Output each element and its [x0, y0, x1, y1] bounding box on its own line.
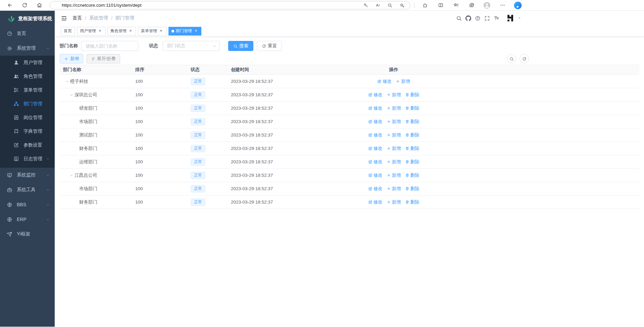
tab-close-icon[interactable]: × [194, 29, 198, 34]
sidebar-item-dept-management[interactable]: 部门管理 [0, 97, 55, 111]
sidebar-item-system-tools[interactable]: 系统工具 [0, 182, 55, 197]
collections-icon [469, 2, 475, 8]
action-add-link[interactable]: 新增 [387, 105, 401, 111]
action-label: 新增 [392, 146, 401, 152]
sidebar-item-log-management[interactable]: 日志管理 [0, 152, 55, 166]
action-delete-link[interactable]: 删除 [405, 146, 419, 152]
status-select-placeholder: 部门状态 [167, 43, 185, 49]
action-add-link[interactable]: 新增 [387, 172, 401, 178]
tab-home[interactable]: 首页 [61, 27, 75, 36]
toggle-search-button[interactable] [507, 54, 516, 63]
sidebar-item-dict-management[interactable]: 字典管理 [0, 124, 55, 138]
more-icon[interactable] [495, 1, 510, 10]
split-screen-icon [438, 2, 444, 8]
sidebar-item-post-management[interactable]: 岗位管理 [0, 111, 55, 124]
expand-collapse-button[interactable]: 展开/折叠 [87, 54, 120, 63]
tab-close-icon[interactable]: × [159, 29, 163, 34]
tab-close-icon[interactable]: × [98, 29, 102, 34]
sidebar-item-system-management[interactable]: 系统管理 [0, 41, 55, 56]
search-icon[interactable] [456, 15, 462, 21]
expand-row-caret[interactable] [69, 173, 73, 177]
sidebar-item-menu-management[interactable]: 菜单管理 [0, 83, 55, 97]
reset-button[interactable]: 重置 [257, 41, 282, 51]
action-edit-link[interactable]: 修改 [368, 92, 383, 98]
action-add-link[interactable]: 新增 [387, 132, 401, 138]
action-delete-link[interactable]: 删除 [405, 92, 419, 98]
expand-row-caret[interactable] [69, 93, 73, 97]
sidebar-collapse-icon[interactable] [61, 15, 67, 21]
refresh-table-button[interactable] [519, 54, 529, 63]
action-edit-link[interactable]: 修改 [368, 105, 383, 111]
github-icon[interactable] [465, 15, 471, 21]
action-edit-link[interactable]: 修改 [377, 78, 392, 85]
profile-icon[interactable] [479, 1, 495, 10]
action-edit-link[interactable]: 修改 [368, 159, 383, 165]
action-add-link[interactable]: 新增 [387, 199, 401, 205]
action-edit-link[interactable]: 修改 [368, 132, 383, 138]
tab-role-management[interactable]: 角色管理× [107, 27, 136, 36]
action-delete-link[interactable]: 删除 [405, 119, 419, 125]
action-delete-link[interactable]: 删除 [405, 159, 419, 165]
search-button[interactable]: 搜索 [228, 41, 253, 51]
action-label: 修改 [374, 105, 383, 111]
sidebar-item-system-monitor[interactable]: 系统监控 [0, 168, 55, 182]
dept-name-input[interactable] [81, 41, 138, 51]
action-delete-link[interactable]: 删除 [405, 172, 419, 178]
tab-user-management[interactable]: 用户管理× [77, 27, 105, 36]
action-edit-link[interactable]: 修改 [368, 199, 383, 205]
status-badge: 正常 [191, 118, 205, 125]
read-aloud-icon[interactable] [372, 1, 384, 9]
text-size-icon[interactable] [494, 15, 499, 21]
active-tab-dot [171, 30, 174, 33]
tab-menu-management[interactable]: 菜单管理× [138, 27, 166, 36]
sidebar-item-home[interactable]: 首页 [0, 26, 55, 41]
key-icon[interactable] [360, 1, 372, 9]
action-edit-link[interactable]: 修改 [368, 146, 383, 152]
breadcrumb-item[interactable]: 首页 [72, 15, 82, 21]
expand-row-caret[interactable] [65, 79, 69, 84]
table-body: 橙子科技100正常2023-03-29 18:52:37修改新增深圳总公司100… [60, 75, 639, 209]
dictionary-icon [13, 128, 19, 134]
bing-icon[interactable] [510, 1, 526, 10]
action-add-link[interactable]: 新增 [387, 186, 401, 192]
sidebar-item-role-management[interactable]: 角色管理 [0, 69, 55, 83]
address-bar[interactable]: https://ccnetcore.com:1101/system/dept [50, 1, 410, 9]
action-add-link[interactable]: 新增 [387, 92, 401, 98]
home-icon[interactable] [34, 1, 44, 10]
sidebar-item-erp[interactable]: ERP [0, 212, 55, 227]
favorite-add-icon[interactable] [396, 1, 408, 9]
add-button[interactable]: 新增 [60, 54, 83, 63]
status-select[interactable]: 部门状态 [163, 41, 220, 51]
sidebar-item-label: 字典管理 [23, 128, 42, 134]
table-row: 运维部门100正常2023-03-29 18:52:37修改新增删除 [60, 155, 639, 169]
fullscreen-icon[interactable] [484, 15, 490, 21]
tab-close-icon[interactable]: × [128, 29, 133, 34]
action-delete-link[interactable]: 删除 [405, 105, 419, 111]
tab-dept-management[interactable]: 部门管理× [168, 27, 201, 36]
reload-icon[interactable] [19, 1, 30, 10]
action-add-link[interactable]: 新增 [387, 146, 401, 152]
sidebar-item-user-management[interactable]: 用户管理 [0, 56, 55, 69]
collections-icon[interactable] [464, 1, 479, 10]
zoom-out-icon[interactable] [384, 1, 396, 9]
action-edit-link[interactable]: 修改 [368, 172, 383, 178]
sidebar-item-param-settings[interactable]: 参数设置 [0, 138, 55, 152]
action-edit-link[interactable]: 修改 [368, 119, 383, 125]
help-icon[interactable] [475, 15, 481, 21]
favorites-icon[interactable] [448, 1, 464, 10]
action-add-link[interactable]: 新增 [396, 78, 410, 85]
action-delete-link[interactable]: 删除 [405, 186, 419, 192]
sidebar-item-yi-framework[interactable]: Yi框架 [0, 227, 55, 241]
dept-sort: 100 [132, 79, 187, 84]
sidebar-item-bbs[interactable]: BBS [0, 197, 55, 212]
action-add-link[interactable]: 新增 [387, 119, 401, 125]
extensions-icon[interactable] [417, 1, 433, 10]
back-icon[interactable] [5, 1, 15, 10]
split-screen-icon[interactable] [433, 1, 448, 10]
action-delete-link[interactable]: 删除 [405, 199, 419, 205]
action-delete-link[interactable]: 删除 [405, 132, 419, 138]
caret-down-icon[interactable] [518, 16, 521, 20]
user-avatar[interactable] [506, 14, 515, 22]
action-add-link[interactable]: 新增 [387, 159, 401, 165]
action-edit-link[interactable]: 修改 [368, 186, 383, 192]
